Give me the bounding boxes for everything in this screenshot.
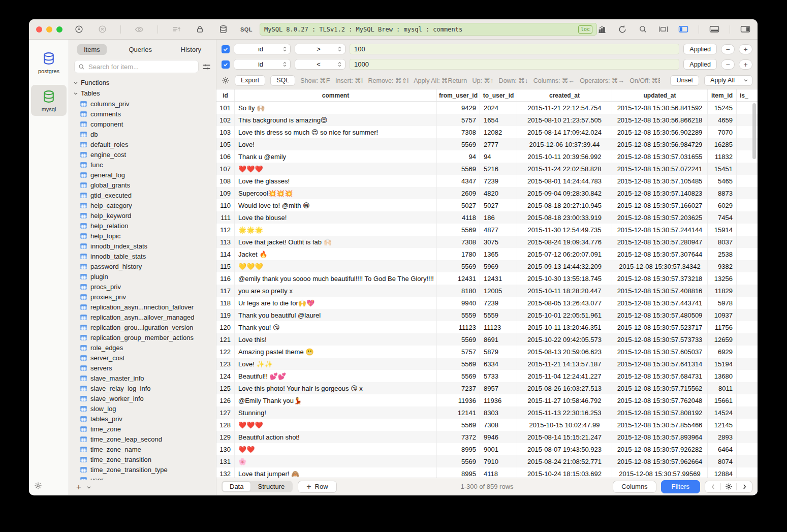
cell-created-at[interactable]: 2015-10-11 20:39:56.992 bbox=[517, 150, 612, 163]
cell-updated-at[interactable]: 2015-12-08 15:30:57.072241 bbox=[612, 163, 708, 175]
cell-created-at[interactable]: 2015-08-01 14:24:44.783 bbox=[517, 175, 612, 187]
filter-operator-select[interactable]: < bbox=[295, 59, 345, 70]
table-item-help_category[interactable]: help_category bbox=[80, 200, 216, 210]
table-item-comments[interactable]: comments bbox=[80, 109, 216, 119]
cell-from-user-id[interactable]: 12141 bbox=[437, 406, 480, 419]
table-row[interactable]: 120Thank you! 😘11123111232015-10-11 13:2… bbox=[216, 321, 758, 333]
cell-created-at[interactable]: 2015-08-24 19:09:34.776 bbox=[517, 236, 612, 248]
cell-created-at[interactable]: 2015-10-22 09:42:05.573 bbox=[517, 333, 612, 346]
filter-column-select[interactable]: id bbox=[234, 44, 291, 54]
cell-comment[interactable]: 🌸 bbox=[235, 455, 437, 467]
cell-comment[interactable]: Love! bbox=[235, 138, 437, 150]
cell-item-id[interactable]: 8074 bbox=[708, 455, 737, 467]
cell-created-at[interactable]: 2015-10-30 13:55:18.745 bbox=[517, 272, 612, 285]
cell-comment[interactable]: Ur legs are to die for🙌💖 bbox=[235, 297, 437, 309]
cell-created-at[interactable]: 2015-10-11 18:28:20.447 bbox=[517, 285, 612, 297]
page-settings-gear-icon[interactable] bbox=[721, 481, 736, 492]
table-row[interactable]: 117you are so pretty x8180120052015-10-1… bbox=[216, 285, 758, 297]
cell-from-user-id[interactable]: 5569 bbox=[437, 224, 480, 236]
cell-id[interactable]: 132 bbox=[216, 467, 235, 478]
cell-to-user-id[interactable]: 3075 bbox=[480, 236, 517, 248]
cell-from-user-id[interactable]: 9940 bbox=[437, 297, 480, 309]
cell-updated-at[interactable]: 2015-12-08 15:30:57.523717 bbox=[612, 321, 708, 333]
cell-updated-at[interactable]: 2015-12-08 15:30:57.893964 bbox=[612, 431, 708, 443]
cell-is[interactable] bbox=[737, 419, 758, 431]
cell-updated-at[interactable]: 2015-12-08 15:30:57.166027 bbox=[612, 199, 708, 211]
table-item-slave_relay_log_info[interactable]: slave_relay_log_info bbox=[80, 383, 216, 393]
tab-history[interactable]: History bbox=[174, 44, 208, 55]
columns-button[interactable]: Columns bbox=[613, 481, 656, 493]
cell-to-user-id[interactable]: 8303 bbox=[480, 406, 517, 419]
cell-from-user-id[interactable]: 8180 bbox=[437, 285, 480, 297]
table-item-global_grants[interactable]: global_grants bbox=[80, 180, 216, 190]
cell-from-user-id[interactable]: 5569 bbox=[437, 370, 480, 382]
cell-created-at[interactable]: 2015-08-14 17:09:42.024 bbox=[517, 126, 612, 138]
cell-updated-at[interactable]: 2015-12-08 15:30:57.684731 bbox=[612, 370, 708, 382]
cell-created-at[interactable]: 2015-08-18 20:27:10.945 bbox=[517, 199, 612, 211]
cell-id[interactable]: 109 bbox=[216, 187, 235, 199]
cell-is[interactable] bbox=[737, 187, 758, 199]
filter-enabled-checkbox[interactable] bbox=[222, 60, 230, 69]
cell-to-user-id[interactable]: 9001 bbox=[480, 443, 517, 455]
cell-updated-at[interactable]: 2015-12-08 15:30:57.855466 bbox=[612, 419, 708, 431]
cell-item-id[interactable]: 4659 bbox=[708, 114, 737, 126]
cell-comment[interactable]: Love that jumper! 🙈 bbox=[235, 467, 437, 478]
cell-updated-at[interactable]: 2015-12-08 15:30:57.443741 bbox=[612, 297, 708, 309]
cell-item-id[interactable]: 12145 bbox=[708, 419, 737, 431]
cell-updated-at[interactable]: 2015-12-08 15:30:57.34342 bbox=[612, 260, 708, 272]
tab-queries[interactable]: Queries bbox=[122, 44, 159, 55]
cell-is[interactable] bbox=[737, 431, 758, 443]
table-row[interactable]: 118Ur legs are to die for🙌💖994072392015-… bbox=[216, 297, 758, 309]
cell-from-user-id[interactable]: 5757 bbox=[437, 114, 480, 126]
zoom-window-button[interactable] bbox=[56, 26, 62, 33]
cell-comment[interactable]: @Emily Thank you💃 bbox=[235, 394, 437, 406]
cell-comment[interactable]: Beautiful action shot! bbox=[235, 431, 437, 443]
table-item-default_roles[interactable]: default_roles bbox=[80, 139, 216, 149]
cell-to-user-id[interactable]: 5559 bbox=[480, 309, 517, 321]
cell-to-user-id[interactable]: 186 bbox=[480, 211, 517, 224]
table-item-proxies_priv[interactable]: proxies_priv bbox=[80, 292, 216, 302]
cell-item-id[interactable]: 9382 bbox=[708, 260, 737, 272]
column-header-comment[interactable]: comment bbox=[235, 89, 437, 101]
column-header-updated-at[interactable]: updated_at bbox=[612, 89, 708, 101]
cell-from-user-id[interactable]: 5569 bbox=[437, 163, 480, 175]
cell-from-user-id[interactable]: 5569 bbox=[437, 358, 480, 370]
cell-item-id[interactable]: 10937 bbox=[708, 309, 737, 321]
cell-to-user-id[interactable]: 11936 bbox=[480, 394, 517, 406]
table-item-replication_grou...iguration_version[interactable]: replication_grou...iguration_version bbox=[80, 322, 216, 332]
remove-filter-button[interactable]: − bbox=[721, 59, 735, 70]
cell-from-user-id[interactable]: 7308 bbox=[437, 126, 480, 138]
table-row[interactable]: 106Thank u @emily94942015-10-11 20:39:56… bbox=[216, 150, 758, 163]
cell-updated-at[interactable]: 2015-12-08 15:30:56.841592 bbox=[612, 102, 708, 114]
cell-updated-at[interactable]: 2015-12-08 15:30:57.105485 bbox=[612, 175, 708, 187]
cell-comment[interactable]: Love this dress so much 😍 so nice for su… bbox=[235, 126, 437, 138]
table-item-password_history[interactable]: password_history bbox=[80, 261, 216, 271]
cell-created-at[interactable]: 2015-08-18 23:00:33.919 bbox=[517, 211, 612, 224]
tab-data[interactable]: Data bbox=[223, 482, 250, 491]
cell-is[interactable] bbox=[737, 455, 758, 467]
cell-comment[interactable]: Love this! bbox=[235, 333, 437, 346]
cell-created-at[interactable]: 2015-08-14 15:15:21.247 bbox=[517, 431, 612, 443]
cell-to-user-id[interactable]: 11123 bbox=[480, 321, 517, 333]
cell-is[interactable] bbox=[737, 199, 758, 211]
table-item-time_zone_name[interactable]: time_zone_name bbox=[80, 444, 216, 454]
cell-to-user-id[interactable]: 4877 bbox=[480, 224, 517, 236]
cell-item-id[interactable]: 13256 bbox=[708, 272, 737, 285]
minimize-window-button[interactable] bbox=[46, 26, 52, 33]
cell-is[interactable] bbox=[737, 406, 758, 419]
cell-comment[interactable]: Stunning! bbox=[235, 406, 437, 419]
cell-item-id[interactable]: 16285 bbox=[708, 138, 737, 150]
table-row[interactable]: 101So fly 🙌🏼942920242015-11-21 22:12:54.… bbox=[216, 102, 758, 114]
column-header-item-id[interactable]: item_id bbox=[708, 89, 737, 101]
cell-updated-at[interactable]: 2015-12-08 15:30:57.373218 bbox=[612, 272, 708, 285]
cell-to-user-id[interactable]: 2024 bbox=[480, 102, 517, 114]
cell-from-user-id[interactable]: 5757 bbox=[437, 346, 480, 358]
cell-to-user-id[interactable]: 9946 bbox=[480, 431, 517, 443]
table-item-help_keyword[interactable]: help_keyword bbox=[80, 210, 216, 221]
cell-from-user-id[interactable]: 8995 bbox=[437, 443, 480, 455]
table-row[interactable]: 123Love! ✨✨556963342015-11-21 14:13:57.1… bbox=[216, 358, 758, 370]
cell-comment[interactable]: Love! ✨✨ bbox=[235, 358, 437, 370]
cell-id[interactable]: 107 bbox=[216, 163, 235, 175]
table-item-server_cost[interactable]: server_cost bbox=[80, 353, 216, 363]
table-row[interactable]: 115💛💛💛556959692015-09-13 14:44:32.209201… bbox=[216, 260, 758, 272]
